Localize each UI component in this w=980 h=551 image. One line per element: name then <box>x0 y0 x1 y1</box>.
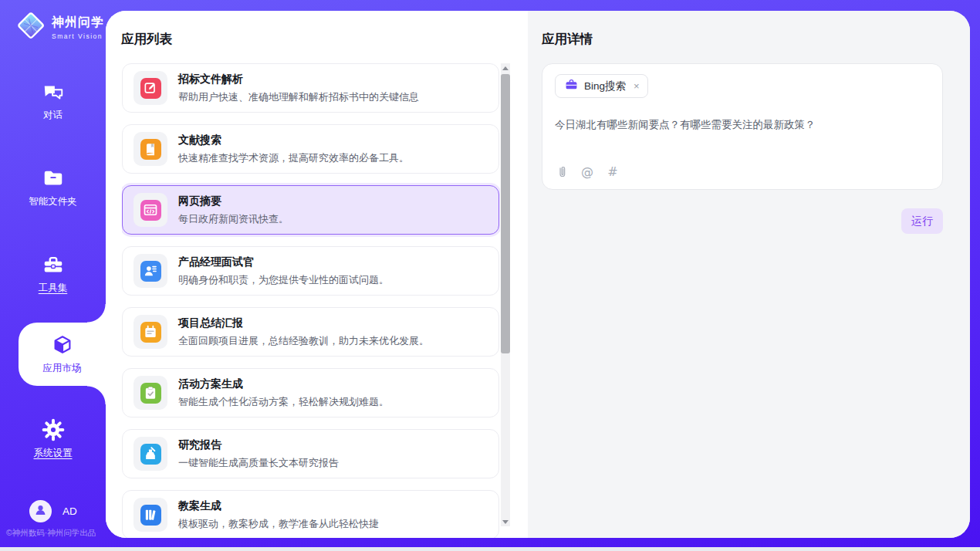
calendar-icon <box>140 322 161 343</box>
user-initials: AD <box>63 505 77 517</box>
attachment-icon[interactable] <box>555 164 569 178</box>
sidebar-item-smart-folder[interactable]: 智能文件夹 <box>0 162 106 213</box>
avatar <box>29 500 52 522</box>
folder-icon <box>42 167 65 190</box>
sidebar-item-chat[interactable]: 对话 <box>0 76 106 127</box>
tool-tag-label: Bing搜索 <box>584 79 626 93</box>
scroll-down-icon[interactable] <box>501 517 510 526</box>
app-card[interactable]: 招标文件解析 帮助用户快速、准确地理解和解析招标书中的关键信息 <box>122 63 499 113</box>
books-icon <box>140 505 161 526</box>
scrollbar[interactable] <box>501 63 510 526</box>
app-window: 神州问学 Smart Vision 对话 智能文件夹 工具集 应用市场 系统设置… <box>0 0 980 551</box>
app-desc: 每日政府新闻资讯快查。 <box>178 212 289 226</box>
tool-tag[interactable]: Bing搜索 × <box>555 74 648 98</box>
user-row[interactable]: AD <box>29 500 77 522</box>
app-name: 产品经理面试官 <box>178 255 389 269</box>
browser-code-icon <box>140 200 161 221</box>
brand-tagline: Smart Vision <box>52 32 104 40</box>
interviewer-icon <box>140 261 161 282</box>
sidebar-item-toolset[interactable]: 工具集 <box>0 248 106 299</box>
app-desc: 帮助用户快速、准确地理解和解析招标书中的关键信息 <box>178 90 419 104</box>
app-name: 研究报告 <box>178 438 339 452</box>
sidebar: 神州问学 Smart Vision 对话 智能文件夹 工具集 应用市场 系统设置… <box>0 0 106 547</box>
scrollbar-thumb[interactable] <box>501 74 510 353</box>
app-card[interactable]: 教案生成 模板驱动，教案秒成，教学准备从此轻松快捷 <box>122 490 499 538</box>
app-card[interactable]: 网页摘要 每日政府新闻资讯快查。 <box>122 185 499 235</box>
app-name: 项目总结汇报 <box>178 316 429 330</box>
app-card[interactable]: 产品经理面试官 明确身份和职责，为您提供专业性的面试问题。 <box>122 246 499 296</box>
scroll-up-icon[interactable] <box>501 63 510 73</box>
app-list-title: 应用列表 <box>121 31 172 48</box>
close-icon[interactable]: × <box>632 80 640 92</box>
main-surface: 应用列表 招标文件解析 帮助用户快速、准确地理解和解析招标书中的关键信息 文献搜… <box>106 11 970 538</box>
sidebar-item-label: 应用市场 <box>43 362 82 375</box>
mention-icon[interactable]: @ <box>580 164 594 178</box>
sidebar-item-app-market[interactable]: 应用市场 <box>19 323 106 386</box>
app-card[interactable]: 研究报告 一键智能生成高质量长文本研究报告 <box>122 429 499 478</box>
prompt-input[interactable]: 今日湖北有哪些新闻要点？有哪些需要关注的最新政策？ <box>555 117 930 164</box>
app-detail-panel: 应用详情 Bing搜索 × 今日湖北有哪些新闻要点？有哪些需要关注的最新政策？ … <box>528 11 970 538</box>
research-icon <box>140 444 161 465</box>
sidebar-item-label: 智能文件夹 <box>29 195 77 208</box>
app-name: 招标文件解析 <box>178 73 419 86</box>
app-card[interactable]: 活动方案生成 智能生成个性化活动方案，轻松解决规划难题。 <box>122 368 499 417</box>
app-desc: 模板驱动，教案秒成，教学准备从此轻松快捷 <box>178 517 379 531</box>
run-row: 运行 <box>901 208 943 234</box>
app-card[interactable]: 项目总结汇报 全面回顾项目进展，总结经验教训，助力未来优化发展。 <box>122 307 499 357</box>
hash-icon[interactable]: # <box>606 164 620 178</box>
book-icon <box>140 139 161 160</box>
app-name: 教案生成 <box>178 499 379 513</box>
app-card[interactable]: 文献搜索 快速精准查找学术资源，提高研究效率的必备工具。 <box>122 124 499 174</box>
app-card-list: 招标文件解析 帮助用户快速、准确地理解和解析招标书中的关键信息 文献搜索 快速精… <box>122 63 500 538</box>
chat-icon <box>42 80 65 103</box>
diamond-logo-icon <box>15 10 46 44</box>
briefcase-icon <box>565 78 578 94</box>
cube-icon <box>51 333 74 357</box>
app-name: 网页摘要 <box>178 194 289 208</box>
brand: 神州问学 Smart Vision <box>15 10 104 44</box>
clipboard-check-icon <box>140 383 161 404</box>
app-name: 文献搜索 <box>178 134 409 147</box>
prompt-card: Bing搜索 × 今日湖北有哪些新闻要点？有哪些需要关注的最新政策？ @# <box>542 63 943 190</box>
sidebar-item-label: 工具集 <box>39 282 68 295</box>
app-list-panel: 应用列表 招标文件解析 帮助用户快速、准确地理解和解析招标书中的关键信息 文献搜… <box>106 11 528 538</box>
app-desc: 智能生成个性化活动方案，轻松解决规划难题。 <box>178 395 389 409</box>
sidebar-item-settings[interactable]: 系统设置 <box>0 414 106 465</box>
gear-icon <box>42 418 65 441</box>
app-name: 活动方案生成 <box>178 377 389 391</box>
edit-icon <box>140 78 161 99</box>
toolbox-icon <box>42 253 65 276</box>
user-icon <box>33 502 48 520</box>
sidebar-item-label: 对话 <box>43 109 63 122</box>
bottom-strip <box>0 547 980 551</box>
sidebar-item-label: 系统设置 <box>34 447 73 460</box>
input-actions: @# <box>555 164 930 178</box>
app-desc: 明确身份和职责，为您提供专业性的面试问题。 <box>178 273 389 287</box>
app-desc: 全面回顾项目进展，总结经验教训，助力未来优化发展。 <box>178 334 429 348</box>
app-desc: 快速精准查找学术资源，提高研究效率的必备工具。 <box>178 151 409 165</box>
run-button[interactable]: 运行 <box>901 208 943 234</box>
app-detail-title: 应用详情 <box>542 31 593 48</box>
brand-name: 神州问学 <box>52 15 104 31</box>
app-desc: 一键智能生成高质量长文本研究报告 <box>178 456 339 470</box>
copyright: ©神州数码·神州问学出品 <box>6 528 96 539</box>
